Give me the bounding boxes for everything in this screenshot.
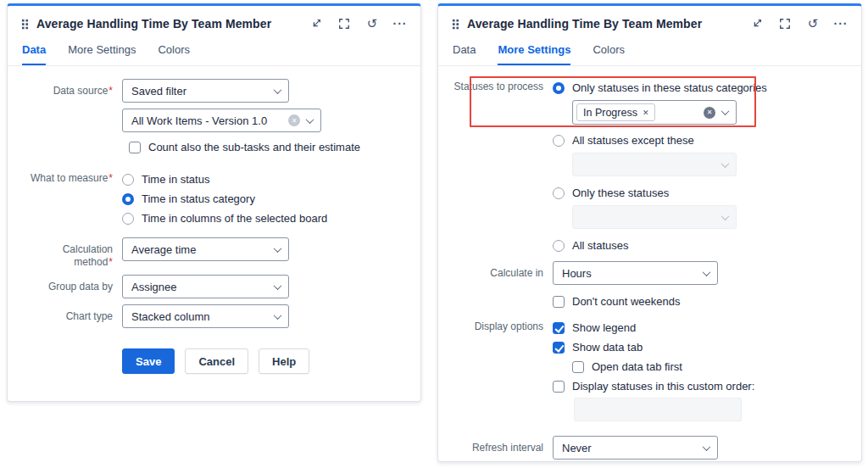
radio-time-in-columns[interactable] <box>122 213 134 225</box>
panel-header: Average Handling Time By Team Member ↺ ·… <box>438 6 861 31</box>
measure-option-time-in-status-category: Time in status category <box>122 190 407 208</box>
calculate-in-select[interactable]: Hours <box>553 261 718 285</box>
open-data-tab-first-option: Open data tab first <box>572 358 848 376</box>
show-data-tab-checkbox[interactable] <box>553 342 565 354</box>
refresh-icon[interactable]: ↺ <box>806 17 820 31</box>
data-source-select[interactable]: Saved filter <box>122 79 289 103</box>
chart-type-select[interactable]: Stacked column <box>122 304 289 328</box>
dashboard-background: Average Handling Time By Team Member ↺ ·… <box>0 0 868 468</box>
chevron-down-icon <box>274 311 282 320</box>
weekends-option: Don't count weekends <box>553 292 848 310</box>
custom-order-checkbox[interactable] <box>553 381 565 393</box>
clear-all-icon[interactable]: ✕ <box>704 107 715 119</box>
gadget-panel-more-settings-tab: Average Handling Time By Team Member ↺ ·… <box>437 3 862 462</box>
header-actions: ↺ ··· <box>750 17 848 31</box>
chevron-down-icon <box>274 86 282 94</box>
tab-more-settings[interactable]: More Settings <box>498 43 570 65</box>
calculation-method-label: Calculation method* <box>21 237 113 269</box>
custom-order-input[interactable] <box>574 398 742 421</box>
clear-selection-icon[interactable]: ✕ <box>288 114 300 126</box>
tab-colors[interactable]: Colors <box>158 43 190 65</box>
only-these-statuses-select[interactable] <box>572 205 737 229</box>
required-marker: * <box>108 85 113 97</box>
measure-option-time-in-status: Time in status <box>122 170 407 188</box>
refresh-interval-label: Refresh interval <box>452 436 543 454</box>
tab-more-settings[interactable]: More Settings <box>68 43 136 65</box>
help-button[interactable]: Help <box>259 348 309 374</box>
tab-bar: Data More Settings Colors <box>8 43 420 66</box>
gadget-panel-data-tab: Average Handling Time By Team Member ↺ ·… <box>7 3 421 402</box>
display-options-label: Display options <box>452 319 543 333</box>
more-settings-form: Statuses to process Only statuses in the… <box>438 66 861 468</box>
chart-type-label: Chart type <box>21 304 113 323</box>
refresh-icon[interactable]: ↺ <box>365 17 379 31</box>
cancel-button[interactable]: Cancel <box>185 348 248 374</box>
tab-colors[interactable]: Colors <box>593 43 625 65</box>
drag-handle-icon[interactable] <box>21 19 29 30</box>
calculation-method-select[interactable]: Average time <box>122 237 289 261</box>
show-data-tab-option: Show data tab <box>553 338 848 356</box>
chevron-down-icon <box>274 244 282 253</box>
panel-header: Average Handling Time By Team Member ↺ ·… <box>8 6 420 31</box>
chevron-down-icon <box>703 443 711 451</box>
custom-order-option: Display statuses in this custom order: <box>553 377 848 395</box>
data-tab-form: Data source* Saved filter All Work Items… <box>8 66 420 374</box>
more-options-icon[interactable]: ··· <box>393 17 407 31</box>
saved-filter-select[interactable]: All Work Items - Version 1.0 ✕ <box>122 109 321 132</box>
what-to-measure-label: What to measure* <box>21 170 113 185</box>
weekends-checkbox-label: Don't count weekends <box>572 295 681 308</box>
group-data-by-select[interactable]: Assignee <box>122 275 289 298</box>
tab-data[interactable]: Data <box>22 43 46 65</box>
subtasks-option: Count also the sub-tasks and their estim… <box>129 138 407 156</box>
radio-time-in-status[interactable] <box>122 174 134 186</box>
statuses-to-process-label: Statuses to process <box>452 79 543 93</box>
radio-all-statuses-except[interactable] <box>553 135 565 147</box>
refresh-interval-select[interactable]: Never <box>553 436 718 460</box>
tab-bar: Data More Settings Colors <box>438 43 861 66</box>
remove-tag-icon[interactable]: ✕ <box>643 109 649 117</box>
selected-tag: In Progress ✕ <box>576 103 655 121</box>
status-option-only-these: Only these statuses <box>553 184 848 202</box>
chevron-down-icon <box>721 159 730 168</box>
subtasks-checkbox-label: Count also the sub-tasks and their estim… <box>148 141 360 153</box>
chevron-down-icon <box>306 115 314 124</box>
open-data-tab-first-checkbox[interactable] <box>572 361 584 373</box>
header-actions: ↺ ··· <box>309 17 407 31</box>
status-categories-multiselect[interactable]: In Progress ✕ ✕ <box>572 100 737 125</box>
calculate-in-label: Calculate in <box>452 261 543 280</box>
tab-data[interactable]: Data <box>453 43 476 65</box>
status-option-categories: Only statuses in these status categories <box>553 79 848 97</box>
form-actions: Save Cancel Help <box>122 348 407 374</box>
chevron-down-icon <box>703 268 711 276</box>
required-marker: * <box>108 256 113 268</box>
subtasks-checkbox[interactable] <box>129 142 141 153</box>
radio-time-in-status-category[interactable] <box>122 193 134 205</box>
drag-handle-icon[interactable] <box>452 19 459 30</box>
what-to-measure-group: Time in status Time in status category T… <box>122 170 407 229</box>
show-legend-checkbox[interactable] <box>553 322 565 334</box>
measure-option-time-in-columns: Time in columns of the selected board <box>122 209 407 227</box>
required-marker: * <box>108 172 113 184</box>
status-option-all-except: All statuses except these <box>553 131 848 149</box>
chevron-down-icon <box>274 281 282 290</box>
save-button[interactable]: Save <box>122 348 175 374</box>
radio-status-categories[interactable] <box>553 82 565 94</box>
group-data-by-label: Group data by <box>21 275 113 293</box>
data-source-label: Data source* <box>21 79 113 98</box>
collapse-icon[interactable] <box>309 17 323 31</box>
all-statuses-except-select[interactable] <box>572 153 737 176</box>
status-option-all: All statuses <box>553 237 848 254</box>
statuses-to-process-group: Only statuses in these status categories… <box>553 79 848 256</box>
radio-only-these-statuses[interactable] <box>553 187 565 199</box>
show-legend-option: Show legend <box>553 319 848 337</box>
panel-title: Average Handling Time By Team Member <box>467 17 750 31</box>
display-options-group: Show legend Show data tab Open data tab … <box>553 319 848 427</box>
panel-title: Average Handling Time By Team Member <box>36 17 309 31</box>
weekends-checkbox[interactable] <box>553 296 565 308</box>
collapse-icon[interactable] <box>750 17 764 31</box>
more-options-icon[interactable]: ··· <box>834 17 848 31</box>
chevron-down-icon <box>721 212 730 220</box>
fullscreen-icon[interactable] <box>778 17 792 31</box>
fullscreen-icon[interactable] <box>337 17 351 31</box>
radio-all-statuses[interactable] <box>553 240 565 252</box>
